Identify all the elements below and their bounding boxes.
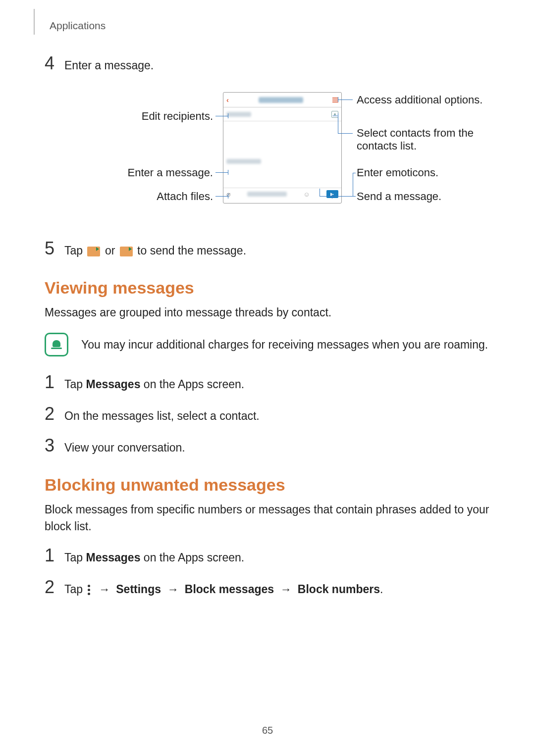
note-bell-icon	[45, 333, 68, 356]
step-number: 2	[45, 405, 64, 423]
text-pre: Tap	[64, 551, 86, 564]
phone-mockup: ‹ ⌀ ☺ ▶	[223, 92, 342, 203]
nav-settings: Settings	[116, 583, 161, 596]
text-bold: Messages	[86, 551, 140, 564]
step-text: Tap Messages on the Apps screen.	[64, 375, 244, 391]
lead-line	[353, 173, 353, 196]
recipient-placeholder	[226, 112, 251, 117]
step-5: 5 Tap or to send the message.	[45, 240, 490, 257]
callout-select-contacts: Select contacts from the contacts list.	[357, 127, 474, 152]
step-text: Tap or to send the message.	[64, 241, 246, 257]
viewing-step-1: 1 Tap Messages on the Apps screen.	[45, 373, 490, 391]
recipients-row	[223, 107, 341, 121]
header-rule	[34, 9, 35, 35]
step-text: Tap Messages on the Apps screen.	[64, 548, 244, 564]
callout-line2: contacts list.	[357, 140, 417, 152]
viewing-steps: 1 Tap Messages on the Apps screen. 2 On …	[45, 373, 490, 454]
viewing-step-3: 3 View your conversation.	[45, 437, 490, 454]
emoticon-icon: ☺	[303, 191, 310, 198]
callout-enter-emoticons: Enter emoticons.	[357, 166, 438, 179]
blocking-step-2: 2 Tap → Settings → Block messages → Bloc…	[45, 578, 490, 596]
lead-line	[338, 100, 353, 100]
input-placeholder	[247, 192, 287, 197]
back-icon: ‹	[226, 96, 229, 104]
heading-blocking-messages: Blocking unwanted messages	[45, 475, 490, 495]
blocking-intro: Block messages from specific numbers or …	[45, 502, 490, 535]
contacts-icon	[331, 111, 338, 118]
note-row: You may incur additional charges for rec…	[45, 333, 490, 356]
step-number: 2	[45, 578, 64, 596]
step-number: 1	[45, 547, 64, 564]
title-placeholder	[259, 97, 303, 103]
input-row: ⌀ ☺ ▶	[223, 188, 341, 200]
text-pre: Tap	[64, 583, 86, 596]
text-mid: or	[105, 244, 118, 257]
diagram: ‹ ⌀ ☺ ▶ Edit recipients. Enter a message…	[45, 92, 490, 216]
viewing-step-2: 2 On the messages list, select a contact…	[45, 405, 490, 423]
lead-tick	[332, 194, 332, 199]
step-number: 1	[45, 373, 64, 391]
viewing-intro: Messages are grouped into message thread…	[45, 304, 490, 321]
lead-line	[353, 173, 356, 173]
phone-header: ‹	[223, 93, 341, 107]
text-post: on the Apps screen.	[140, 551, 244, 564]
step-number: 5	[45, 240, 64, 257]
callout-edit-recipients: Edit recipients.	[45, 110, 213, 123]
lead-tick	[333, 116, 338, 116]
note-text: You may incur additional charges for rec…	[81, 338, 488, 352]
text-pre: Tap	[64, 244, 86, 257]
text-post: on the Apps screen.	[140, 378, 244, 391]
page-number: 65	[0, 725, 535, 736]
arrow: →	[277, 583, 297, 596]
step-number: 4	[45, 54, 64, 72]
send-sim2-icon	[120, 247, 133, 256]
nav-block-numbers: Block numbers	[298, 583, 380, 596]
lead-line	[215, 116, 228, 116]
step-number: 3	[45, 437, 64, 454]
callout-send-message: Send a message.	[357, 190, 441, 203]
callout-line1: Select contacts from the	[357, 127, 474, 139]
lead-line	[338, 113, 338, 133]
lead-tick	[228, 170, 228, 175]
lead-line	[320, 189, 320, 196]
section-label: Applications	[50, 20, 490, 32]
lead-line	[338, 133, 353, 134]
callout-enter-message: Enter a message.	[45, 166, 213, 179]
lead-line	[341, 196, 356, 197]
heading-viewing-messages: Viewing messages	[45, 278, 490, 298]
attach-icon: ⌀	[226, 190, 230, 198]
lead-tick	[228, 113, 228, 118]
text-bold: Messages	[86, 378, 140, 391]
arrow: →	[164, 583, 184, 596]
message-area	[223, 121, 341, 188]
text-pre: Tap	[64, 378, 86, 391]
callout-attach-files: Attach files.	[45, 190, 213, 203]
nav-block-messages: Block messages	[185, 583, 274, 596]
lead-tick	[338, 97, 338, 102]
message-placeholder	[226, 159, 261, 164]
lead-line	[215, 172, 228, 173]
send-sim1-icon	[87, 247, 100, 256]
step-4: 4 Enter a message.	[45, 54, 490, 72]
step-text: Tap → Settings → Block messages → Block …	[64, 580, 383, 596]
step-text: On the messages list, select a contact.	[64, 406, 260, 423]
step-text: Enter a message.	[64, 56, 154, 72]
blocking-step-1: 1 Tap Messages on the Apps screen.	[45, 547, 490, 564]
callout-additional-options: Access additional options.	[357, 94, 482, 106]
lead-tick	[228, 194, 228, 199]
arrow: →	[96, 583, 116, 596]
blocking-steps: 1 Tap Messages on the Apps screen. 2 Tap…	[45, 547, 490, 596]
more-options-icon	[88, 585, 90, 595]
text-dot: .	[380, 583, 383, 596]
lead-line	[215, 196, 228, 197]
step-text: View your conversation.	[64, 438, 185, 454]
text-post: to send the message.	[137, 244, 246, 257]
